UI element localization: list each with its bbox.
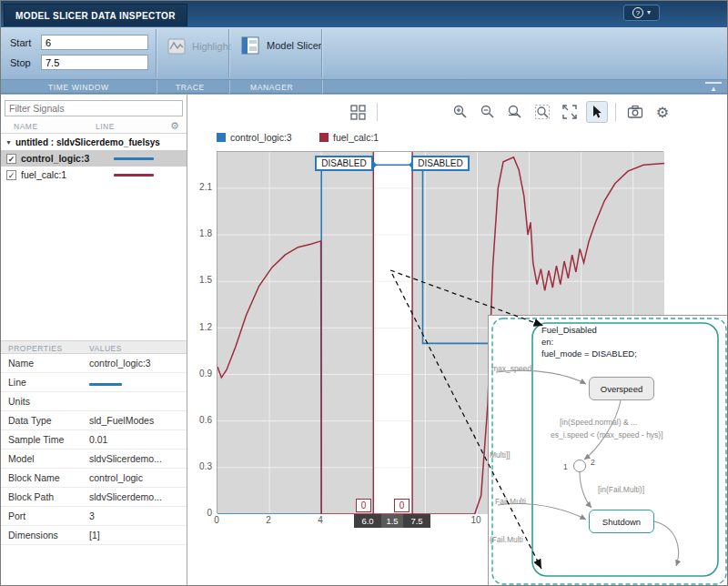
subplot-layout-button[interactable] <box>347 101 369 123</box>
junction-label-2: 2 <box>591 458 595 467</box>
signals-columns-header: NAME LINE ⚙ <box>1 119 187 134</box>
property-row-block-path: Block Path sldvSlicerdemo... <box>1 488 187 507</box>
y-tick: 0.9 <box>187 369 212 379</box>
zoom-region-icon <box>534 104 551 120</box>
help-button[interactable]: ? ▾ <box>623 5 660 21</box>
cursor-arrow-icon <box>590 105 604 119</box>
property-value: sldvSlicerdemo... <box>89 453 184 464</box>
x-tick: 4 <box>311 515 329 525</box>
zoom-out-button[interactable] <box>477 101 499 123</box>
cursor-value-box-left[interactable]: 0 <box>356 499 371 512</box>
column-line: LINE <box>96 122 115 131</box>
state-entry-label: en: <box>541 337 553 347</box>
readout-start: 6.0 <box>354 514 381 528</box>
cursor-value-callout-right[interactable]: DISABLED <box>411 156 470 171</box>
cursor-value-callout-left[interactable]: DISABLED <box>315 156 373 171</box>
condition-fail: [in(Fail.Multi)] <box>598 485 644 494</box>
app-window: MODEL SLICER DATA INSPECTOR ? ▾ Start St… <box>0 0 728 586</box>
properties-header-key: PROPERTIES <box>8 344 63 353</box>
callout-text: DISABLED <box>418 158 462 168</box>
property-value: [1] <box>89 530 184 541</box>
x-tick: 10 <box>467 515 485 525</box>
zoom-region-button[interactable] <box>531 101 553 123</box>
legend-swatch <box>217 133 226 142</box>
state-name: Fuel_Disabled <box>541 325 597 335</box>
snapshot-button[interactable] <box>624 101 646 123</box>
clipped-label-fail-multi: Fail.Multi <box>495 497 526 506</box>
property-key: Port <box>8 510 25 521</box>
collapse-toolstrip-button[interactable]: ▴ <box>705 82 722 94</box>
stateflow-inset-panel: Fuel_Disabled en: fuel_mode = DISABLED; … <box>488 315 728 586</box>
y-tick: 2.1 <box>187 182 212 192</box>
condition-speed-1: [in(Speed.normal) & ... <box>560 418 637 427</box>
tree-expand-icon[interactable]: ▼ <box>5 139 12 146</box>
model-slicer-label: Model Slicer <box>267 40 322 51</box>
tree-root-row[interactable]: ▼ untitled : sldvSlicerdemo_fuelsys <box>1 135 187 150</box>
property-key: Dimensions <box>8 530 58 541</box>
property-row-sample-time: Sample Time 0.01 <box>1 430 187 450</box>
zoom-out-icon <box>480 104 496 120</box>
stop-label: Stop <box>10 57 31 68</box>
highlight-icon <box>167 36 187 56</box>
section-separator <box>321 80 322 94</box>
property-row-name: Name control_logic:3 <box>1 354 187 373</box>
section-manager: MANAGER <box>250 83 293 92</box>
column-settings-gear-icon[interactable]: ⚙ <box>170 120 179 132</box>
readout-end: 7.5 <box>403 514 430 528</box>
x-tick: 2 <box>259 515 278 525</box>
zoom-in-icon <box>452 104 469 120</box>
section-separator <box>156 80 157 94</box>
fuel-disabled-state-border <box>532 323 718 576</box>
readout-width: 1.5 <box>381 514 403 528</box>
legend-fuel-calc: fuel_calc:1 <box>319 132 379 143</box>
property-key: Block Name <box>8 472 60 483</box>
tab-model-slicer-data-inspector[interactable]: MODEL SLICER DATA INSPECTOR <box>4 4 187 26</box>
signal-row-fuel-calc[interactable]: ✓ fuel_calc:1 <box>1 167 187 183</box>
signal-checkbox[interactable]: ✓ <box>6 170 16 180</box>
legend-swatch <box>319 133 329 142</box>
section-time-window: TIME WINDOW <box>48 83 109 92</box>
properties-header: PROPERTIES VALUES <box>1 340 187 354</box>
toolbar-separator <box>615 103 616 121</box>
model-slicer-icon <box>239 35 261 56</box>
zoom-time-button[interactable] <box>504 101 526 123</box>
model-slicer-button[interactable]: Model Slicer <box>239 35 322 56</box>
highlight-button[interactable]: Highlight <box>167 36 231 56</box>
toolstrip-separator <box>156 29 157 77</box>
property-row-line: Line <box>1 373 187 392</box>
y-tick: 1.2 <box>187 322 212 332</box>
property-row-block-name: Block Name control_logic <box>1 469 187 488</box>
legend-label: control_logic:3 <box>230 132 292 143</box>
state-entry-action: fuel_mode = DISABLED; <box>541 349 637 359</box>
clipped-label-fail-multi-2: (Fail.Multi <box>490 535 523 544</box>
state-shutdown: Shutdown <box>589 510 654 533</box>
signal-row-control-logic[interactable]: ✓ control_logic:3 <box>1 150 187 167</box>
state-label: Overspeed <box>601 384 642 394</box>
time-window-band <box>373 152 412 514</box>
time-window-readout[interactable]: 6.0 1.5 7.5 <box>354 514 430 528</box>
filter-signals-input[interactable] <box>5 100 183 116</box>
property-key: Name <box>8 358 34 369</box>
property-row-dimensions: Dimensions [1] <box>1 526 187 545</box>
fit-to-view-button[interactable] <box>559 101 581 123</box>
settings-gear-icon[interactable]: ⚙ <box>652 101 673 123</box>
property-value: sld_FuelModes <box>89 415 184 426</box>
junction-label-1: 1 <box>563 462 568 471</box>
stop-input[interactable] <box>41 55 148 70</box>
title-band: MODEL SLICER DATA INSPECTOR ? ▾ <box>1 1 728 27</box>
y-tick: 0.3 <box>187 461 212 471</box>
property-row-port: Port 3 <box>1 507 187 526</box>
property-key: Units <box>8 396 30 407</box>
signal-line-sample <box>114 174 154 177</box>
section-separator <box>228 80 229 94</box>
zoom-in-button[interactable] <box>450 101 471 123</box>
cursor-value-box-right[interactable]: 0 <box>394 499 410 512</box>
zoom-icon <box>507 104 523 120</box>
start-input[interactable] <box>41 35 148 50</box>
state-label: Shutdown <box>602 517 641 527</box>
signal-checkbox[interactable]: ✓ <box>6 154 16 164</box>
pointer-tool-button[interactable] <box>586 101 608 123</box>
chevron-down-icon: ▾ <box>647 9 651 16</box>
properties-header-value: VALUES <box>89 344 122 353</box>
camera-icon <box>627 104 643 120</box>
